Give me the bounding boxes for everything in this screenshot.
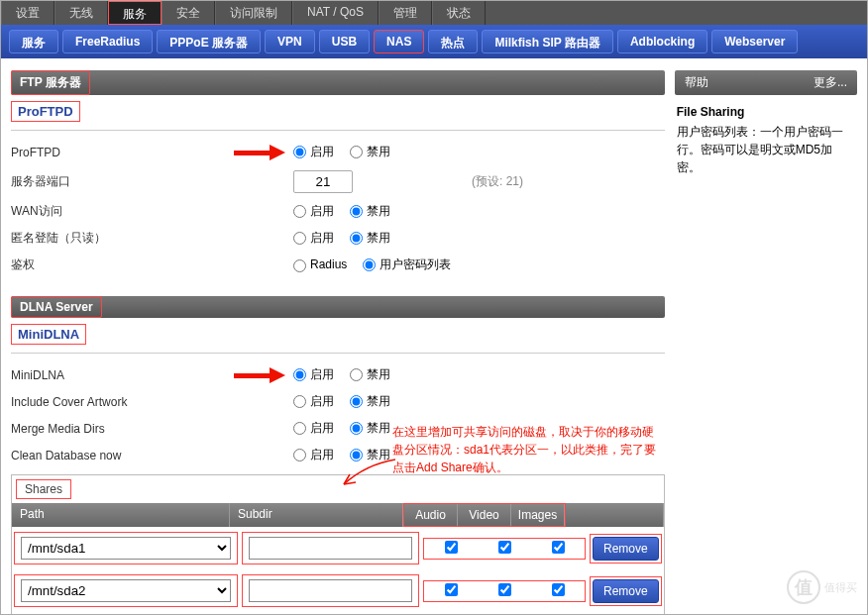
ftp-header-text: FTP 服务器 — [11, 70, 90, 95]
help-more-link[interactable]: 更多... — [814, 74, 847, 91]
top-tabs: 设置 无线 服务 安全 访问限制 NAT / QoS 管理 状态 — [1, 1, 867, 25]
proftpd-label: ProFTPD — [11, 146, 234, 159]
col-subdir: Subdir — [230, 503, 403, 527]
share-subdir-input[interactable] — [249, 537, 412, 560]
minidlna-disable-radio[interactable] — [350, 368, 363, 381]
top-tab-services[interactable]: 服务 — [108, 1, 162, 25]
col-audio: Audio — [404, 504, 458, 526]
anon-label: 匿名登陆（只读） — [11, 230, 234, 247]
sub-tabs: 服务 FreeRadius PPPoE 服务器 VPN USB NAS 热点 M… — [1, 25, 867, 58]
dlna-header-text: DLNA Server — [11, 296, 102, 318]
auth-radius-radio[interactable] — [293, 259, 306, 272]
wan-disable-radio[interactable] — [350, 205, 363, 218]
help-text: 用户密码列表：一个用户密码一行。密码可以是明文或MD5加密。 — [677, 125, 843, 174]
top-tab-natqos[interactable]: NAT / QoS — [292, 1, 379, 25]
share-subdir-input[interactable] — [249, 579, 412, 602]
arrow-icon — [234, 146, 288, 159]
minidlna-title: MiniDLNA — [11, 324, 86, 345]
ftp-header: FTP 服务器 — [11, 70, 665, 95]
col-video: Video — [458, 504, 511, 526]
anon-enable-radio[interactable] — [293, 232, 306, 245]
share-video-checkbox[interactable] — [498, 583, 511, 596]
sub-tab-webserver[interactable]: Webserver — [711, 30, 798, 53]
share-path-select[interactable]: /mnt/sda1 — [21, 537, 231, 560]
annotation-arrow-icon — [336, 455, 405, 494]
merge-enable-radio[interactable] — [293, 422, 306, 435]
help-header: 帮助 更多... — [675, 70, 857, 95]
sub-tab-vpn[interactable]: VPN — [265, 30, 315, 53]
clean-enable-radio[interactable] — [293, 449, 306, 461]
annotation-note: 在这里增加可共享访问的磁盘，取决于你的移动硬盘分区情况：sda1代表分区一，以此… — [392, 423, 660, 476]
clean-label: Clean Database now — [11, 449, 234, 462]
share-images-checkbox[interactable] — [552, 583, 565, 596]
merge-label: Merge Media Dirs — [11, 422, 234, 436]
sub-tab-services[interactable]: 服务 — [9, 30, 58, 53]
merge-disable-radio[interactable] — [350, 422, 363, 435]
shares-box: Shares Path Subdir Audio Video Images /m… — [11, 474, 665, 615]
wan-enable-radio[interactable] — [293, 205, 306, 218]
wan-label: WAN访问 — [11, 203, 234, 220]
sub-tab-nas[interactable]: NAS — [374, 30, 424, 53]
sub-tab-adblocking[interactable]: Adblocking — [617, 30, 707, 53]
port-input[interactable] — [293, 170, 353, 193]
cover-disable-radio[interactable] — [350, 395, 363, 408]
minidlna-enable-radio[interactable] — [293, 368, 306, 381]
share-row: /mnt/sda1 Remove — [12, 527, 664, 569]
cover-label: Include Cover Artwork — [11, 395, 234, 409]
sub-tab-pppoe[interactable]: PPPoE 服务器 — [157, 30, 261, 53]
auth-userlist-radio[interactable] — [363, 258, 376, 271]
minidlna-label: MiniDLNA — [11, 368, 234, 382]
remove-share-button[interactable]: Remove — [593, 579, 659, 603]
share-row: /mnt/sda2 Remove — [12, 569, 664, 612]
top-tab-status[interactable]: 状态 — [432, 1, 486, 25]
top-tab-admin[interactable]: 管理 — [379, 1, 432, 25]
proftpd-enable-radio[interactable] — [293, 146, 306, 158]
watermark: 值 值得买 — [787, 570, 857, 604]
arrow-icon — [234, 368, 288, 382]
sub-tab-hotspot[interactable]: 热点 — [428, 30, 478, 53]
port-label: 服务器端口 — [11, 173, 234, 190]
sub-tab-freeradius[interactable]: FreeRadius — [62, 30, 153, 53]
share-audio-checkbox[interactable] — [445, 583, 458, 596]
help-heading: File Sharing — [677, 103, 855, 121]
share-video-checkbox[interactable] — [498, 541, 511, 554]
anon-disable-radio[interactable] — [350, 232, 363, 245]
port-hint: (预设: 21) — [472, 173, 523, 190]
remove-share-button[interactable]: Remove — [593, 537, 659, 561]
sub-tab-milkfish[interactable]: Milkfish SIP 路由器 — [482, 30, 612, 53]
share-images-checkbox[interactable] — [552, 541, 565, 554]
proftpd-title: ProFTPD — [11, 101, 80, 122]
top-tab-access[interactable]: 访问限制 — [215, 1, 292, 25]
shares-header-row: Path Subdir Audio Video Images — [12, 503, 664, 527]
col-path: Path — [12, 503, 230, 527]
col-images: Images — [511, 504, 565, 526]
share-audio-checkbox[interactable] — [445, 541, 458, 554]
sub-tab-usb[interactable]: USB — [319, 30, 370, 53]
auth-label: 鉴权 — [11, 256, 234, 273]
share-path-select[interactable]: /mnt/sda2 — [21, 579, 231, 602]
top-tab-wireless[interactable]: 无线 — [54, 1, 108, 25]
help-title: 帮助 — [685, 74, 708, 91]
proftpd-disable-radio[interactable] — [350, 146, 363, 158]
cover-enable-radio[interactable] — [293, 395, 306, 408]
shares-title: Shares — [16, 479, 71, 499]
top-tab-settings[interactable]: 设置 — [1, 1, 54, 25]
dlna-header: DLNA Server — [11, 296, 665, 318]
top-tab-security[interactable]: 安全 — [162, 1, 215, 25]
